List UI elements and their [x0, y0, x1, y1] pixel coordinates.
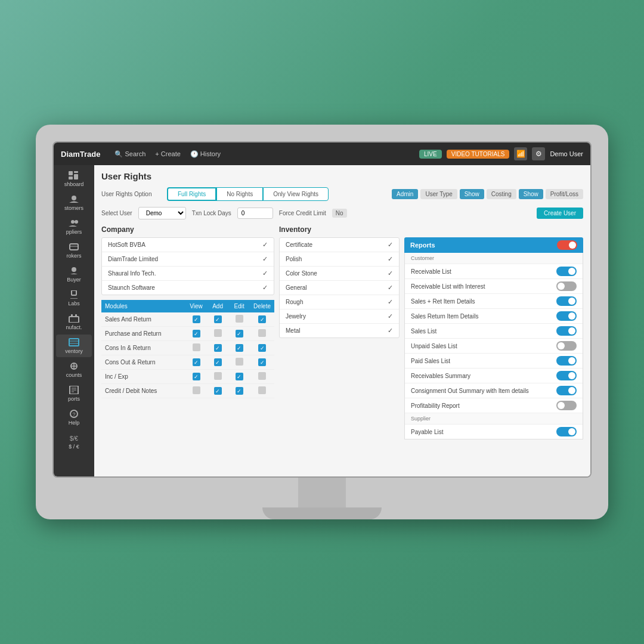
- sidebar-item-buyer[interactable]: Buyer: [56, 263, 92, 286]
- only-view-rights-btn[interactable]: Only View Rights: [263, 187, 329, 201]
- module-view-5[interactable]: [185, 384, 207, 398]
- modules-table: Modules View Add Edit Delete: [101, 300, 274, 398]
- svg-point-6: [75, 220, 78, 224]
- sidebar-item-suppliers[interactable]: ppliers: [56, 215, 92, 238]
- content-area: User Rights User Rights Option Full Righ…: [94, 165, 590, 476]
- sidebar-label-dashboard: shboard: [64, 181, 84, 187]
- module-edit-2[interactable]: ✓: [228, 341, 250, 355]
- sidebar-item-currency[interactable]: $/€ $ / €: [56, 430, 92, 453]
- sidebar-item-help[interactable]: ? Help: [56, 406, 92, 429]
- txn-lock-input[interactable]: [237, 208, 273, 219]
- report-toggle-9[interactable]: [556, 401, 577, 410]
- video-tutorials-btn[interactable]: VIDEO TUTORIALS: [447, 150, 510, 159]
- show-btn-2[interactable]: Show: [519, 189, 543, 199]
- module-view-2[interactable]: [185, 341, 207, 355]
- company-item: HotSoft BVBA ✓: [102, 238, 274, 252]
- gear-icon[interactable]: ⚙: [532, 147, 545, 160]
- sidebar-item-customers[interactable]: stomers: [56, 191, 92, 214]
- history-icon: 🕐: [190, 150, 199, 158]
- sidebar-label-brokers: rokers: [66, 253, 81, 259]
- report-toggle-5[interactable]: [556, 341, 577, 351]
- module-view-0[interactable]: ✓: [185, 312, 207, 327]
- report-toggle-7[interactable]: [556, 371, 577, 380]
- module-add-5[interactable]: ✓: [207, 384, 228, 398]
- show-btn-1[interactable]: Show: [460, 189, 484, 199]
- module-add-2[interactable]: ✓: [207, 341, 228, 355]
- module-view-3[interactable]: ✓: [185, 355, 207, 370]
- live-status-btn[interactable]: LIVE: [419, 150, 442, 159]
- module-name-2: Cons In & Return: [101, 341, 185, 355]
- create-nav-item[interactable]: + Create: [155, 150, 181, 157]
- svg-text:$/€: $/€: [70, 435, 78, 442]
- sidebar-label-manufactur: nufact.: [66, 324, 82, 330]
- module-delete-3[interactable]: ✓: [250, 355, 274, 370]
- svg-rect-3: [74, 174, 78, 179]
- report-row-3: Sales Return Item Details: [405, 309, 583, 324]
- profit-loss-btn[interactable]: Profit/Loss: [546, 189, 583, 199]
- report-toggle-2[interactable]: [556, 296, 577, 306]
- module-add-4[interactable]: [207, 370, 228, 384]
- inv-check-5: ✓: [388, 312, 393, 320]
- admin-btn[interactable]: Admin: [392, 189, 418, 199]
- module-view-4[interactable]: ✓: [185, 370, 207, 384]
- module-edit-1[interactable]: ✓: [228, 327, 250, 341]
- report-toggle-4[interactable]: [556, 326, 577, 336]
- rights-option-buttons: Full Rights No Rights Only View Rights: [167, 187, 329, 201]
- inventory-name-5: Jewelry: [286, 313, 306, 320]
- module-row-3: Cons Out & Return ✓ ✓ ✓: [101, 355, 274, 370]
- module-add-3[interactable]: ✓: [207, 355, 228, 370]
- company-item: Staunch Software ✓: [102, 281, 274, 295]
- inv-check-6: ✓: [388, 327, 393, 335]
- create-user-button[interactable]: Create User: [537, 208, 583, 219]
- customers-icon: [68, 194, 80, 204]
- module-edit-4[interactable]: ✓: [228, 370, 250, 384]
- module-delete-5[interactable]: [250, 384, 274, 398]
- module-edit-3[interactable]: [228, 355, 250, 370]
- svg-point-9: [72, 267, 76, 272]
- user-type-btn[interactable]: User Type: [420, 189, 457, 199]
- report-supplier-toggle-0[interactable]: [556, 427, 577, 436]
- module-add-1[interactable]: [207, 327, 228, 341]
- sidebar-label-inventory: ventory: [65, 348, 83, 354]
- no-rights-btn[interactable]: No Rights: [216, 187, 263, 201]
- inventory-header: Inventory: [279, 225, 400, 234]
- costing-btn[interactable]: Costing: [487, 189, 516, 199]
- report-row-7: Receivables Summary: [405, 369, 583, 383]
- sidebar-item-reports[interactable]: ports: [56, 382, 92, 405]
- select-user-dropdown[interactable]: Demo: [138, 207, 186, 219]
- modules-table-header: Modules View Add Edit Delete: [101, 300, 274, 312]
- svg-rect-7: [70, 244, 78, 250]
- company-list: HotSoft BVBA ✓ DiamTrade Limited ✓ Shaur…: [101, 237, 274, 295]
- module-edit-0[interactable]: [228, 312, 250, 327]
- report-toggle-0[interactable]: [556, 267, 577, 276]
- sidebar-item-brokers[interactable]: rokers: [56, 239, 92, 262]
- module-delete-0[interactable]: ✓: [250, 312, 274, 327]
- suppliers-icon: [68, 218, 80, 228]
- module-row-5: Credit / Debit Notes ✓ ✓: [101, 384, 274, 398]
- search-nav-item[interactable]: 🔍 Search: [114, 150, 145, 158]
- sidebar-item-manufactur[interactable]: nufact.: [56, 311, 92, 333]
- sidebar-item-inventory[interactable]: ventory: [56, 335, 92, 357]
- full-rights-btn[interactable]: Full Rights: [167, 187, 216, 201]
- check-icon-2: ✓: [262, 270, 268, 277]
- history-nav-item[interactable]: 🕐 History: [190, 150, 221, 158]
- reports-title: Reports: [410, 242, 435, 249]
- reports-toggle[interactable]: [557, 240, 577, 250]
- report-toggle-1[interactable]: [556, 281, 577, 291]
- module-add-0[interactable]: ✓: [207, 312, 228, 327]
- module-edit-5[interactable]: ✓: [228, 384, 250, 398]
- module-delete-4[interactable]: [250, 370, 274, 384]
- currency-icon: $/€: [68, 433, 80, 442]
- module-row-4: Inc / Exp ✓ ✓: [101, 370, 274, 384]
- sidebar-item-accounts[interactable]: counts: [56, 358, 92, 381]
- buyer-icon: [68, 266, 80, 275]
- sidebar-item-dashboard[interactable]: shboard: [56, 168, 92, 190]
- report-toggle-3[interactable]: [556, 311, 577, 321]
- report-toggle-6[interactable]: [556, 356, 577, 366]
- manufactur-icon: [68, 314, 80, 323]
- module-view-1[interactable]: ✓: [185, 327, 207, 341]
- module-delete-2[interactable]: ✓: [250, 341, 274, 355]
- module-delete-1[interactable]: [250, 327, 274, 341]
- sidebar-item-labs[interactable]: Labs: [56, 287, 92, 309]
- report-toggle-8[interactable]: [556, 386, 577, 395]
